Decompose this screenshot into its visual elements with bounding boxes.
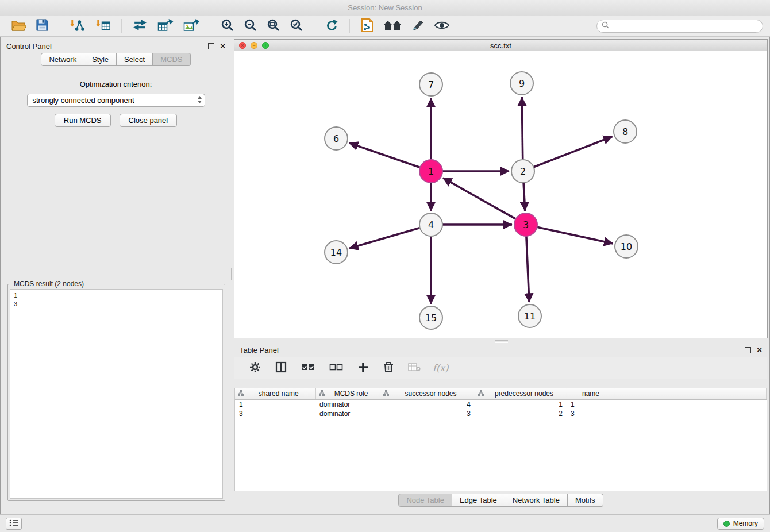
zoom-fit-button[interactable] <box>264 17 283 35</box>
control-panel-tab-bar: Network Style Select MCDS <box>1 53 230 66</box>
show-hide-panels-button[interactable] <box>431 19 453 33</box>
select-all-button[interactable] <box>298 362 318 374</box>
save-session-button[interactable] <box>33 17 52 34</box>
graph-node-9[interactable]: 9 <box>510 72 533 95</box>
graph-node-6[interactable]: 6 <box>325 127 348 150</box>
window-titlebar: Session: New Session <box>0 0 770 16</box>
horizontal-splitter[interactable] <box>234 338 768 343</box>
window-title: Session: New Session <box>348 3 422 12</box>
float-table-panel-icon[interactable] <box>745 347 751 353</box>
tab-style[interactable]: Style <box>84 53 117 66</box>
table-cell[interactable]: dominator <box>315 409 380 418</box>
tab-network[interactable]: Network <box>41 53 84 66</box>
open-file-button[interactable] <box>9 18 29 34</box>
zoom-selected-button[interactable] <box>287 17 306 35</box>
search-icon <box>602 21 609 31</box>
show-columns-button[interactable] <box>272 360 290 376</box>
tab-network-table[interactable]: Network Table <box>505 494 568 507</box>
close-table-panel-icon[interactable]: × <box>757 346 762 353</box>
network-graph: 7968124314101511 <box>234 51 767 338</box>
graph-edge-3-11[interactable] <box>526 236 529 302</box>
graph-node-15[interactable]: 15 <box>419 306 442 329</box>
table-settings-button[interactable] <box>247 360 264 376</box>
table-cell[interactable]: 1 <box>475 399 567 409</box>
graph-node-11[interactable]: 11 <box>518 304 541 327</box>
tab-node-table[interactable]: Node Table <box>398 494 452 507</box>
session-document-icon <box>360 18 374 34</box>
graph-node-4[interactable]: 4 <box>419 213 442 236</box>
add-column-button[interactable] <box>355 360 372 376</box>
zoom-out-button[interactable] <box>241 17 260 35</box>
column-header-name[interactable]: name <box>567 388 615 399</box>
delete-column-button[interactable] <box>380 360 396 376</box>
table-cell[interactable]: 3 <box>380 409 475 418</box>
deselect-all-icon <box>329 363 343 373</box>
graph-node-7[interactable]: 7 <box>419 73 442 96</box>
export-network-button[interactable] <box>129 17 151 34</box>
node-label: 4 <box>428 219 434 230</box>
graph-edge-4-14[interactable] <box>349 228 420 249</box>
graph-edge-2-9[interactable] <box>522 97 522 160</box>
graph-edge-3-1[interactable] <box>443 178 516 219</box>
graph-node-2[interactable]: 2 <box>511 160 534 183</box>
graph-edge-2-8[interactable] <box>534 137 613 167</box>
open-session-document-button[interactable] <box>357 17 377 36</box>
maximize-window-icon[interactable]: + <box>262 42 269 49</box>
table-body: 1dominator4113dominator323 <box>235 399 767 418</box>
graph-node-8[interactable]: 8 <box>614 120 637 143</box>
graph-edge-3-10[interactable] <box>537 227 613 244</box>
home-button[interactable] <box>380 18 405 34</box>
table-cell[interactable]: 4 <box>380 399 475 409</box>
delete-table-icon <box>408 363 421 373</box>
column-header-predecessor-nodes[interactable]: predecessor nodes <box>475 388 567 399</box>
table-cell[interactable]: 3 <box>567 409 615 418</box>
export-table-button[interactable] <box>154 17 176 35</box>
close-panel-button[interactable]: Close panel <box>120 114 178 127</box>
column-header-shared-name[interactable]: shared name <box>235 388 315 399</box>
graph-edge-1-6[interactable] <box>349 143 420 168</box>
refresh-button[interactable] <box>322 17 342 35</box>
tab-select[interactable]: Select <box>117 53 153 66</box>
optimization-dropdown[interactable]: strongly connected component <box>27 94 205 107</box>
table-row[interactable]: 1dominator411 <box>235 399 767 409</box>
table-cell[interactable]: 1 <box>235 399 315 409</box>
export-image-button[interactable] <box>180 17 202 35</box>
import-network-button[interactable] <box>66 17 88 35</box>
graph-node-10[interactable]: 10 <box>615 235 638 258</box>
optimization-criterion-label: Optimization criterion: <box>1 80 230 88</box>
task-history-button[interactable] <box>6 518 22 530</box>
search-field[interactable] <box>596 20 763 33</box>
float-panel-icon[interactable] <box>208 43 214 49</box>
tab-motifs[interactable]: Motifs <box>568 494 603 507</box>
close-window-icon[interactable]: × <box>239 42 246 49</box>
table-cell[interactable]: 1 <box>567 399 615 409</box>
minimize-window-icon[interactable]: − <box>251 42 257 49</box>
graph-node-14[interactable]: 14 <box>325 241 348 264</box>
zoom-in-button[interactable] <box>218 17 237 35</box>
network-canvas[interactable]: 7968124314101511 <box>234 51 767 338</box>
node-table: shared name MCDS role successor nodes pr… <box>234 388 767 491</box>
graph-node-3[interactable]: 3 <box>514 213 537 236</box>
close-panel-icon[interactable]: × <box>220 43 225 49</box>
column-header-mcds-role[interactable]: MCDS role <box>315 388 380 399</box>
tab-edge-table[interactable]: Edge Table <box>452 494 505 507</box>
memory-button[interactable]: Memory <box>717 518 764 530</box>
style-brush-button[interactable] <box>408 17 428 35</box>
tab-mcds[interactable]: MCDS <box>153 53 190 66</box>
import-table-button[interactable] <box>91 17 114 35</box>
table-cell[interactable]: 3 <box>235 409 315 418</box>
table-row[interactable]: 3dominator323 <box>235 409 767 418</box>
run-mcds-button[interactable]: Run MCDS <box>55 114 111 127</box>
deselect-all-button[interactable] <box>326 362 346 374</box>
graph-edge-2-3[interactable] <box>523 183 525 211</box>
eye-icon <box>434 20 450 32</box>
search-input[interactable] <box>612 21 758 30</box>
mcds-result-list[interactable]: 1 3 <box>10 289 223 499</box>
table-cell[interactable]: dominator <box>315 399 380 409</box>
graph-node-1[interactable]: 1 <box>419 160 442 183</box>
table-cell[interactable]: 2 <box>475 409 567 418</box>
zoom-fit-icon <box>267 18 280 34</box>
column-header-successor-nodes[interactable]: successor nodes <box>380 388 475 399</box>
status-bar: Memory <box>0 514 770 532</box>
node-label: 7 <box>428 79 434 90</box>
